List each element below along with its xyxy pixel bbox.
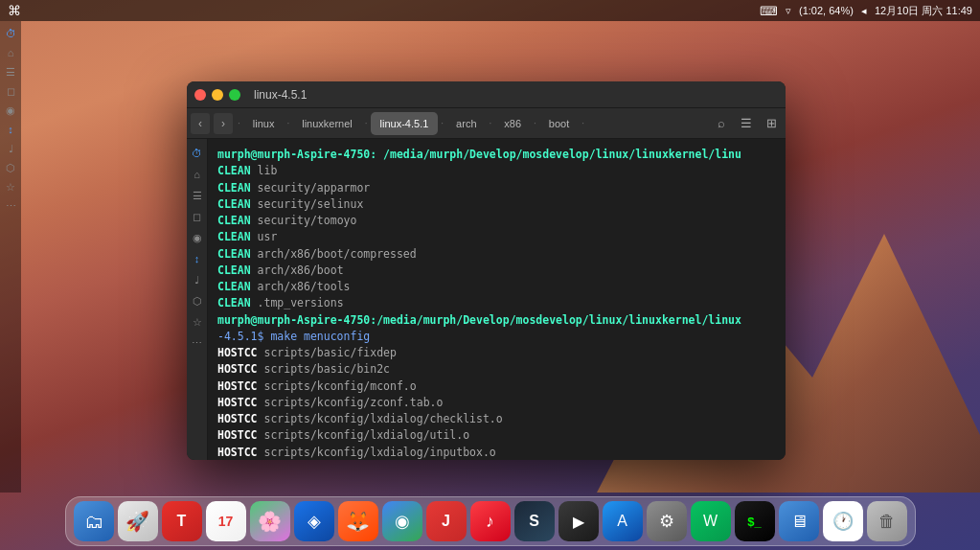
sidebar-doc-icon[interactable]: ☰ <box>189 187 206 204</box>
prompt-line-2: murph@murph-Aspire-4750:/media/murph/Dev… <box>217 312 776 329</box>
tab-linux451[interactable]: linux-4.5.1 <box>371 112 439 135</box>
dock-wechat[interactable]: W <box>691 501 731 541</box>
dock-toutiao[interactable]: T <box>162 501 202 541</box>
left-panel-camera[interactable]: ◉ <box>2 102 19 119</box>
menubar-arrow-icon: ◂ <box>861 5 867 17</box>
menubar-right: ⌨ ▿ (1:02, 64%) ◂ 12月10日 周六 11:49 <box>760 4 972 18</box>
tab-bar: ‹ › · linux · linuxkernel · linux-4.5.1 … <box>187 108 786 139</box>
tab-back-button[interactable]: ‹ <box>191 113 210 134</box>
line-clean-tools: CLEAN arch/x86/tools <box>217 279 776 295</box>
window-title: linux-4.5.1 <box>254 88 307 102</box>
menubar-datetime: 12月10日 周六 11:49 <box>875 4 972 18</box>
sidebar-star-icon[interactable]: ☆ <box>189 313 206 331</box>
menubar-wifi-icon: ▿ <box>786 5 791 17</box>
dock-settings[interactable]: ⚙ <box>647 501 687 541</box>
menubar-keyboard-icon: ⌨ <box>760 4 778 18</box>
left-panel-shield[interactable]: ⬡ <box>2 159 19 176</box>
line-clean-compressed: CLEAN arch/x86/boot/compressed <box>217 246 776 263</box>
sidebar-camera-icon[interactable]: ◉ <box>189 229 206 246</box>
prompt-text: murph@murph-Aspire-4750: /media/murph/De… <box>217 148 741 161</box>
left-panel-tag[interactable]: ◻ <box>2 82 19 100</box>
apple-menu[interactable]: ⌘ <box>8 3 21 18</box>
dock: 🗂 🚀 T 17 🌸 ◈ 🦊 ◉ J ♪ S ▶ A ⚙ W $_ 🖥 🕐 🗑 <box>65 496 916 546</box>
line-hostcc-fixdep: HOSTCC scripts/basic/fixdep <box>217 345 776 361</box>
tab-separator-1: · <box>286 118 289 128</box>
dock-trash[interactable]: 🗑 <box>867 501 907 541</box>
menubar-left: ⌘ <box>8 3 25 18</box>
dock-iina[interactable]: ▶ <box>558 501 599 541</box>
line-hostcc-util: HOSTCC scripts/kconfig/lxdialog/util.o <box>217 427 776 444</box>
dock-chrome[interactable]: ◉ <box>382 501 422 541</box>
dock-vscode[interactable]: ◈ <box>294 501 334 541</box>
tab-separator-4: · <box>490 118 492 128</box>
sidebar-music-icon[interactable]: ♩ <box>189 271 206 288</box>
left-panel-doc[interactable]: ☰ <box>2 63 19 80</box>
terminal-content[interactable]: murph@murph-Aspire-4750: /media/murph/De… <box>208 139 786 460</box>
tab-separator-5: · <box>534 118 536 128</box>
line-clean-lib: CLEAN lib <box>217 163 776 179</box>
tab-linux[interactable]: linux <box>243 112 285 135</box>
terminal-sidebar: ⏱ ⌂ ☰ ◻ ◉ ↕ ♩ ⬡ ☆ ⋯ <box>187 139 208 460</box>
line-hostcc-zconf: HOSTCC scripts/kconfig/zconf.tab.o <box>217 395 776 411</box>
left-panel: ⏱ ⌂ ☰ ◻ ◉ ↕ ♩ ⬡ ☆ ⋯ <box>0 21 21 493</box>
grid-view-icon[interactable]: ⊞ <box>761 113 782 134</box>
line-clean-boot: CLEAN arch/x86/boot <box>217 263 776 279</box>
tab-bar-actions: ⌕ ☰ ⊞ <box>711 113 782 134</box>
line-hostcc-inputbox: HOSTCC scripts/kconfig/lxdialog/inputbox… <box>217 445 776 461</box>
tab-separator-3: · <box>441 118 444 128</box>
sidebar-arrow-icon[interactable]: ↕ <box>189 250 206 267</box>
dock-music[interactable]: ♪ <box>470 501 511 541</box>
dock-steam[interactable]: S <box>514 501 555 541</box>
dock-calendar[interactable]: 17 <box>206 501 246 541</box>
left-panel-arrow[interactable]: ↕ <box>2 121 19 138</box>
tab-arch[interactable]: arch <box>446 112 486 135</box>
search-icon[interactable]: ⌕ <box>711 113 732 134</box>
dock-firefox[interactable]: 🦊 <box>338 501 378 541</box>
line-clean-usr: CLEAN usr <box>217 229 776 245</box>
menubar-battery: (1:02, 64%) <box>799 5 854 16</box>
terminal-window: linux-4.5.1 ‹ › · linux · linuxkernel · … <box>187 81 786 460</box>
tab-linuxkernel[interactable]: linuxkernel <box>292 112 362 135</box>
dock-terminal[interactable]: $_ <box>735 501 775 541</box>
list-view-icon[interactable]: ☰ <box>736 113 757 134</box>
tab-separator-6: · <box>581 118 584 128</box>
line-clean-selinux: CLEAN security/selinux <box>217 196 776 213</box>
sidebar-home-icon[interactable]: ⌂ <box>189 166 206 183</box>
minimize-button[interactable] <box>212 89 223 101</box>
dock-finder2[interactable]: 🖥 <box>779 501 819 541</box>
dock-finder[interactable]: 🗂 <box>74 501 114 541</box>
dock-clock[interactable]: 🕐 <box>823 501 863 541</box>
dock-jd[interactable]: J <box>426 501 467 541</box>
dock-launchpad[interactable]: 🚀 <box>118 501 158 541</box>
make-cmd-line: -4.5.1$ make menuconfig <box>217 329 776 345</box>
left-panel-home[interactable]: ⌂ <box>2 44 19 61</box>
dock-photos[interactable]: 🌸 <box>250 501 290 541</box>
line-clean-apparmor: CLEAN security/apparmor <box>217 180 776 196</box>
menubar: ⌘ ⌨ ▿ (1:02, 64%) ◂ 12月10日 周六 11:49 <box>0 0 980 21</box>
sidebar-square-icon[interactable]: ◻ <box>189 208 206 225</box>
prompt-header: murph@murph-Aspire-4750: /media/murph/De… <box>217 147 776 163</box>
tab-boot[interactable]: boot <box>539 112 579 135</box>
tab-separator-0: · <box>238 118 240 128</box>
line-hostcc-bin2c: HOSTCC scripts/basic/bin2c <box>217 361 776 378</box>
close-button[interactable] <box>194 89 206 101</box>
maximize-button[interactable] <box>229 89 240 101</box>
desktop: ⌘ ⌨ ▿ (1:02, 64%) ◂ 12月10日 周六 11:49 ⏱ ⌂ … <box>0 0 980 550</box>
line-hostcc-mconf: HOSTCC scripts/kconfig/mconf.o <box>217 378 776 395</box>
line-clean-tomoyo: CLEAN security/tomoyo <box>217 213 776 229</box>
sidebar-hex-icon[interactable]: ⬡ <box>189 292 206 309</box>
line-clean-tmp: CLEAN .tmp_versions <box>217 295 776 311</box>
title-bar: linux-4.5.1 <box>187 81 786 108</box>
left-panel-star[interactable]: ☆ <box>2 178 19 195</box>
left-panel-clock[interactable]: ⏱ <box>2 25 19 42</box>
sidebar-more-icon[interactable]: ⋯ <box>189 334 206 352</box>
tab-forward-button[interactable]: › <box>214 113 233 134</box>
tab-x86[interactable]: x86 <box>494 112 531 135</box>
sidebar-clock-icon[interactable]: ⏱ <box>189 145 206 162</box>
left-panel-music[interactable]: ♩ <box>2 140 19 157</box>
line-hostcc-checklist: HOSTCC scripts/kconfig/lxdialog/checklis… <box>217 411 776 427</box>
tab-separator-2: · <box>365 118 368 128</box>
left-panel-misc[interactable]: ⋯ <box>2 197 19 215</box>
dock-appstore[interactable]: A <box>603 501 643 541</box>
